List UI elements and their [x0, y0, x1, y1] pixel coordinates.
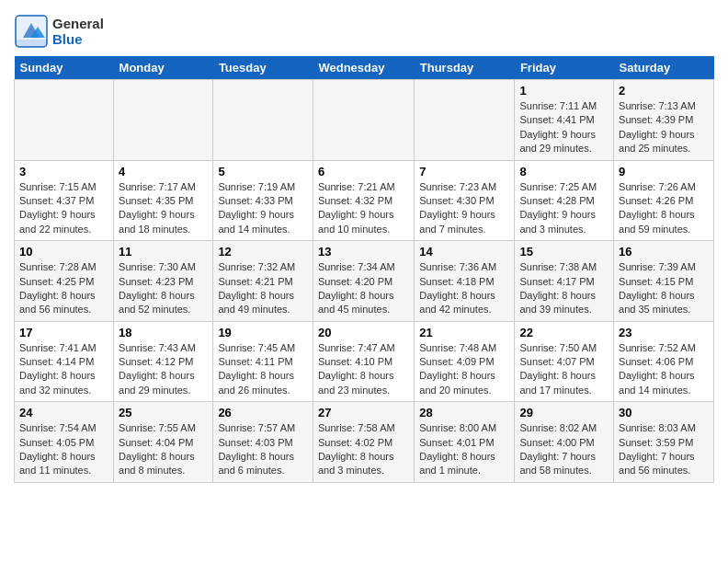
day-number: 9	[619, 165, 709, 178]
day-number: 27	[318, 406, 409, 419]
day-info: Sunrise: 7:30 AM Sunset: 4:23 PM Dayligh…	[119, 260, 208, 317]
day-number: 16	[619, 245, 709, 259]
day-info: Sunrise: 7:32 AM Sunset: 4:21 PM Dayligh…	[218, 260, 308, 317]
header: General Blue	[14, 9, 714, 49]
day-info: Sunrise: 7:47 AM Sunset: 4:10 PM Dayligh…	[318, 341, 409, 398]
day-cell: 18Sunrise: 7:43 AM Sunset: 4:12 PM Dayli…	[114, 321, 213, 402]
day-number: 25	[119, 406, 208, 419]
day-cell	[15, 80, 114, 161]
day-info: Sunrise: 7:45 AM Sunset: 4:11 PM Dayligh…	[218, 341, 308, 398]
week-row-2: 3Sunrise: 7:15 AM Sunset: 4:37 PM Daylig…	[15, 160, 714, 241]
day-info: Sunrise: 7:13 AM Sunset: 4:39 PM Dayligh…	[619, 99, 709, 156]
col-header-thursday: Thursday	[415, 56, 515, 80]
day-info: Sunrise: 8:00 AM Sunset: 4:01 PM Dayligh…	[419, 421, 509, 478]
day-cell: 27Sunrise: 7:58 AM Sunset: 4:02 PM Dayli…	[313, 402, 414, 483]
day-cell: 6Sunrise: 7:21 AM Sunset: 4:32 PM Daylig…	[313, 160, 414, 241]
day-info: Sunrise: 7:41 AM Sunset: 4:14 PM Dayligh…	[19, 341, 108, 398]
day-cell: 8Sunrise: 7:25 AM Sunset: 4:28 PM Daylig…	[515, 160, 614, 241]
day-cell: 1Sunrise: 7:11 AM Sunset: 4:41 PM Daylig…	[515, 80, 614, 161]
col-header-saturday: Saturday	[614, 56, 714, 80]
col-header-wednesday: Wednesday	[313, 56, 414, 80]
day-number: 14	[419, 245, 509, 259]
day-number: 24	[19, 406, 108, 419]
day-cell: 10Sunrise: 7:28 AM Sunset: 4:25 PM Dayli…	[15, 241, 114, 322]
day-info: Sunrise: 7:58 AM Sunset: 4:02 PM Dayligh…	[318, 421, 409, 478]
logo: General Blue	[14, 14, 104, 49]
day-info: Sunrise: 8:03 AM Sunset: 3:59 PM Dayligh…	[619, 421, 709, 478]
day-cell: 2Sunrise: 7:13 AM Sunset: 4:39 PM Daylig…	[614, 80, 714, 161]
col-header-tuesday: Tuesday	[213, 56, 313, 80]
day-number: 1	[519, 84, 609, 98]
day-number: 20	[318, 326, 409, 339]
day-number: 17	[19, 326, 108, 339]
logo-general: General	[52, 16, 104, 31]
svg-rect-3	[16, 40, 47, 47]
day-number: 28	[419, 406, 509, 419]
calendar-table: SundayMondayTuesdayWednesdayThursdayFrid…	[14, 56, 714, 483]
day-number: 12	[218, 245, 308, 259]
week-row-1: 1Sunrise: 7:11 AM Sunset: 4:41 PM Daylig…	[15, 80, 714, 161]
day-cell: 14Sunrise: 7:36 AM Sunset: 4:18 PM Dayli…	[415, 241, 515, 322]
day-info: Sunrise: 7:17 AM Sunset: 4:35 PM Dayligh…	[119, 180, 208, 237]
day-cell: 17Sunrise: 7:41 AM Sunset: 4:14 PM Dayli…	[15, 321, 114, 402]
day-cell: 25Sunrise: 7:55 AM Sunset: 4:04 PM Dayli…	[114, 402, 213, 483]
day-info: Sunrise: 7:23 AM Sunset: 4:30 PM Dayligh…	[419, 180, 509, 237]
day-info: Sunrise: 7:28 AM Sunset: 4:25 PM Dayligh…	[19, 260, 108, 317]
day-number: 2	[619, 84, 709, 98]
day-number: 19	[218, 326, 308, 339]
day-cell: 16Sunrise: 7:39 AM Sunset: 4:15 PM Dayli…	[614, 241, 714, 322]
logo-icon	[14, 14, 49, 49]
day-number: 26	[218, 406, 308, 419]
calendar-header: SundayMondayTuesdayWednesdayThursdayFrid…	[15, 56, 714, 80]
day-number: 30	[619, 406, 709, 419]
day-cell: 15Sunrise: 7:38 AM Sunset: 4:17 PM Dayli…	[515, 241, 614, 322]
day-info: Sunrise: 7:54 AM Sunset: 4:05 PM Dayligh…	[19, 421, 108, 478]
day-info: Sunrise: 7:48 AM Sunset: 4:09 PM Dayligh…	[419, 341, 509, 398]
day-cell: 19Sunrise: 7:45 AM Sunset: 4:11 PM Dayli…	[213, 321, 313, 402]
col-header-sunday: Sunday	[15, 56, 114, 80]
day-info: Sunrise: 7:34 AM Sunset: 4:20 PM Dayligh…	[318, 260, 409, 317]
day-info: Sunrise: 7:15 AM Sunset: 4:37 PM Dayligh…	[19, 180, 108, 237]
logo-blue: Blue	[52, 31, 104, 47]
day-info: Sunrise: 7:52 AM Sunset: 4:06 PM Dayligh…	[619, 341, 709, 398]
day-cell: 4Sunrise: 7:17 AM Sunset: 4:35 PM Daylig…	[114, 160, 213, 241]
day-info: Sunrise: 7:11 AM Sunset: 4:41 PM Dayligh…	[519, 99, 609, 156]
day-cell: 9Sunrise: 7:26 AM Sunset: 4:26 PM Daylig…	[614, 160, 714, 241]
day-info: Sunrise: 7:25 AM Sunset: 4:28 PM Dayligh…	[519, 180, 609, 237]
day-number: 6	[318, 165, 409, 178]
day-info: Sunrise: 8:02 AM Sunset: 4:00 PM Dayligh…	[519, 421, 609, 478]
day-cell: 23Sunrise: 7:52 AM Sunset: 4:06 PM Dayli…	[614, 321, 714, 402]
day-info: Sunrise: 7:38 AM Sunset: 4:17 PM Dayligh…	[519, 260, 609, 317]
day-cell: 28Sunrise: 8:00 AM Sunset: 4:01 PM Dayli…	[415, 402, 515, 483]
day-info: Sunrise: 7:19 AM Sunset: 4:33 PM Dayligh…	[218, 180, 308, 237]
day-cell	[415, 80, 515, 161]
day-cell: 26Sunrise: 7:57 AM Sunset: 4:03 PM Dayli…	[213, 402, 313, 483]
day-cell: 3Sunrise: 7:15 AM Sunset: 4:37 PM Daylig…	[15, 160, 114, 241]
day-cell: 13Sunrise: 7:34 AM Sunset: 4:20 PM Dayli…	[313, 241, 414, 322]
week-row-4: 17Sunrise: 7:41 AM Sunset: 4:14 PM Dayli…	[15, 321, 714, 402]
day-info: Sunrise: 7:43 AM Sunset: 4:12 PM Dayligh…	[119, 341, 208, 398]
col-header-friday: Friday	[515, 56, 614, 80]
week-row-5: 24Sunrise: 7:54 AM Sunset: 4:05 PM Dayli…	[15, 402, 714, 483]
day-number: 23	[619, 326, 709, 339]
week-row-3: 10Sunrise: 7:28 AM Sunset: 4:25 PM Dayli…	[15, 241, 714, 322]
day-cell	[114, 80, 213, 161]
day-number: 3	[19, 165, 108, 178]
day-cell: 7Sunrise: 7:23 AM Sunset: 4:30 PM Daylig…	[415, 160, 515, 241]
day-number: 21	[419, 326, 509, 339]
day-number: 7	[419, 165, 509, 178]
day-number: 5	[218, 165, 308, 178]
day-cell: 11Sunrise: 7:30 AM Sunset: 4:23 PM Dayli…	[114, 241, 213, 322]
day-info: Sunrise: 7:39 AM Sunset: 4:15 PM Dayligh…	[619, 260, 709, 317]
day-info: Sunrise: 7:36 AM Sunset: 4:18 PM Dayligh…	[419, 260, 509, 317]
day-info: Sunrise: 7:50 AM Sunset: 4:07 PM Dayligh…	[519, 341, 609, 398]
day-cell: 22Sunrise: 7:50 AM Sunset: 4:07 PM Dayli…	[515, 321, 614, 402]
day-number: 10	[19, 245, 108, 259]
day-cell	[213, 80, 313, 161]
day-number: 8	[519, 165, 609, 178]
day-cell: 12Sunrise: 7:32 AM Sunset: 4:21 PM Dayli…	[213, 241, 313, 322]
day-number: 15	[519, 245, 609, 259]
col-header-monday: Monday	[114, 56, 213, 80]
day-cell: 30Sunrise: 8:03 AM Sunset: 3:59 PM Dayli…	[614, 402, 714, 483]
day-number: 4	[119, 165, 208, 178]
